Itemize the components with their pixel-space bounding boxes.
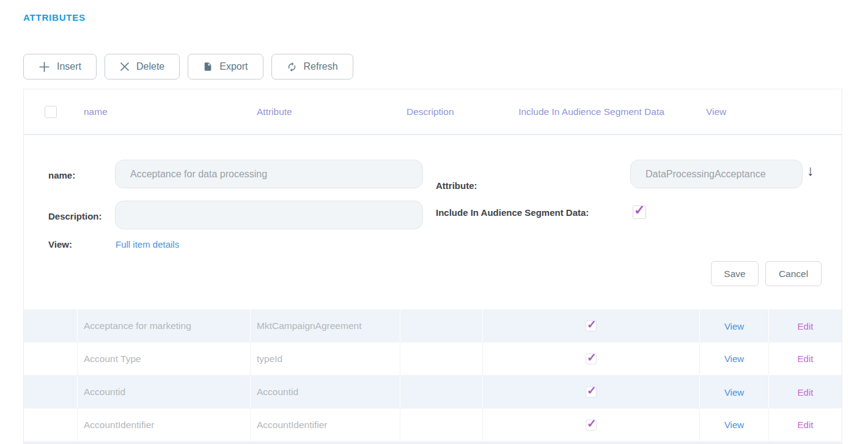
check-icon: ✓: [634, 202, 645, 218]
include-row-checkbox[interactable]: ✓: [586, 353, 597, 364]
refresh-icon: [287, 62, 297, 72]
insert-button-label: Insert: [57, 61, 81, 72]
select-all-checkbox[interactable]: ✓: [45, 106, 57, 118]
row-attribute: Accountid: [251, 376, 400, 409]
toolbar: Insert Delete Export Refresh: [23, 54, 353, 80]
row-view-cell: View: [700, 409, 769, 441]
view-link[interactable]: View: [724, 321, 744, 331]
check-icon: ✓: [587, 350, 597, 364]
include-row-checkbox[interactable]: ✓: [586, 320, 597, 331]
row-edit-cell: Edit: [769, 409, 842, 441]
row-edit-cell: Edit: [769, 309, 842, 342]
file-icon: [203, 61, 213, 72]
header-attribute[interactable]: Attribute: [251, 89, 400, 134]
check-icon: ✓: [587, 416, 597, 431]
check-icon: ✓: [587, 383, 597, 398]
row-view-cell: View: [700, 309, 769, 342]
edit-link[interactable]: Edit: [798, 353, 814, 364]
insert-button[interactable]: Insert: [23, 54, 97, 80]
description-field-label: Description:: [48, 211, 102, 221]
row-include-cell: ✓: [483, 309, 700, 342]
refresh-button[interactable]: Refresh: [271, 54, 353, 80]
row-view-cell: View: [700, 342, 769, 375]
export-button[interactable]: Export: [188, 54, 263, 80]
view-field-label: View:: [48, 239, 72, 250]
row-checkbox-cell: [24, 409, 78, 441]
row-name: Acceptance for marketing: [78, 309, 251, 342]
inline-edit-form: name: Attribute: ↓ Description: Include …: [24, 135, 842, 309]
attributes-table: ✓ name Attribute Description Include In …: [23, 89, 842, 444]
table-row[interactable]: Accountid Accountid ✓ View Edit: [24, 376, 842, 409]
plus-icon: [39, 61, 50, 73]
table-row[interactable]: Acceptance for marketing MktCampaignAgre…: [24, 309, 842, 342]
header-include[interactable]: Include In Audience Segment Data: [483, 89, 700, 134]
row-attribute: typeId: [251, 342, 400, 375]
row-checkbox-cell: [24, 309, 78, 342]
page-title: ATTRIBUTES: [23, 12, 86, 23]
row-name: Account Type: [78, 342, 251, 375]
row-description: [400, 309, 483, 342]
table-row[interactable]: Account Type typeId ✓ View Edit: [24, 342, 842, 376]
row-description: [400, 409, 483, 441]
cancel-button[interactable]: Cancel: [765, 261, 822, 286]
header-edit-spacer: [769, 89, 842, 134]
row-include-cell: ✓: [483, 376, 700, 409]
view-link[interactable]: View: [724, 353, 744, 364]
header-checkbox-cell: ✓: [24, 89, 78, 134]
table-row[interactable]: AccountIdentifier AccountIdentifier ✓ Vi…: [24, 409, 842, 442]
row-description: [400, 342, 483, 375]
table-body: Acceptance for marketing MktCampaignAgre…: [24, 309, 842, 442]
row-description: [400, 376, 483, 409]
name-input[interactable]: [115, 160, 423, 188]
edit-link[interactable]: Edit: [798, 321, 814, 331]
row-name: Accountid: [78, 376, 251, 409]
include-field-label: Include In Audience Segment Data:: [436, 207, 589, 218]
row-include-cell: ✓: [483, 342, 700, 375]
refresh-button-label: Refresh: [304, 61, 338, 72]
name-field-label: name:: [48, 170, 75, 180]
row-include-cell: ✓: [483, 409, 700, 441]
full-item-details-link[interactable]: Full item details: [116, 239, 179, 250]
row-checkbox-cell: [24, 342, 78, 375]
x-icon: [120, 62, 130, 72]
down-arrow-icon[interactable]: ↓: [807, 163, 814, 178]
attribute-dropdown[interactable]: [630, 160, 803, 188]
description-input[interactable]: [115, 201, 423, 229]
view-link[interactable]: View: [724, 387, 744, 398]
header-name[interactable]: name: [78, 89, 251, 134]
header-description[interactable]: Description: [400, 89, 483, 134]
header-view[interactable]: View: [700, 89, 769, 134]
include-checkbox[interactable]: ✓: [633, 205, 646, 219]
row-attribute: MktCampaignAgreement: [251, 309, 400, 342]
delete-button-label: Delete: [136, 61, 164, 72]
edit-link[interactable]: Edit: [798, 420, 814, 430]
table-row-partial: [24, 442, 842, 444]
row-checkbox-cell: [24, 376, 78, 409]
attributes-page: ATTRIBUTES Insert Delete Export Refresh: [0, 0, 868, 444]
table-header-row: ✓ name Attribute Description Include In …: [24, 89, 842, 135]
row-view-cell: View: [700, 376, 769, 409]
check-icon: ✓: [587, 317, 597, 331]
export-button-label: Export: [219, 61, 248, 72]
include-row-checkbox[interactable]: ✓: [586, 387, 597, 398]
row-name: AccountIdentifier: [78, 409, 251, 441]
view-link[interactable]: View: [724, 420, 744, 430]
row-edit-cell: Edit: [769, 376, 842, 409]
row-attribute: AccountIdentifier: [251, 409, 400, 441]
attribute-field-label: Attribute:: [436, 180, 477, 191]
include-row-checkbox[interactable]: ✓: [586, 420, 597, 431]
delete-button[interactable]: Delete: [105, 54, 180, 80]
row-edit-cell: Edit: [769, 342, 842, 375]
save-button[interactable]: Save: [711, 261, 759, 286]
edit-link[interactable]: Edit: [798, 387, 814, 398]
